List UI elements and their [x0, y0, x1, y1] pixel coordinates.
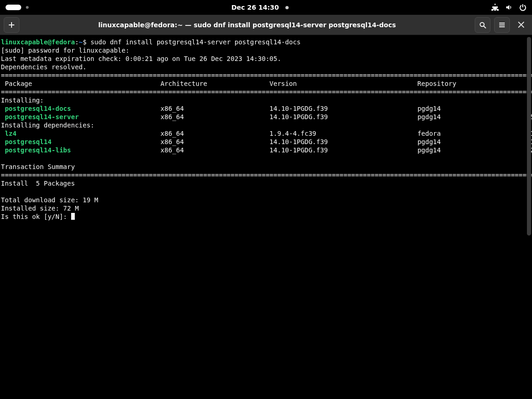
volume-icon[interactable]	[505, 4, 513, 11]
svg-rect-0	[495, 4, 496, 5]
clock-area[interactable]: Dec 26 14:30	[231, 4, 289, 11]
window-title: linuxcapable@fedora:~ — sudo dnf install…	[19, 21, 475, 29]
search-button[interactable]	[475, 17, 490, 33]
workspace-dot[interactable]	[26, 6, 29, 9]
notification-dot-icon	[285, 6, 289, 9]
scrollbar-thumb[interactable]	[527, 37, 531, 236]
svg-rect-1	[492, 6, 494, 8]
clock-text: Dec 26 14:30	[231, 4, 279, 11]
new-tab-button[interactable]	[4, 17, 19, 33]
svg-rect-5	[497, 9, 499, 11]
window-close-button[interactable]	[514, 18, 528, 32]
hamburger-menu-button[interactable]	[494, 17, 510, 33]
network-icon[interactable]	[491, 4, 499, 11]
window-titlebar: linuxcapable@fedora:~ — sudo dnf install…	[0, 15, 532, 35]
terminal-viewport[interactable]: linuxcapable@fedora:~$ sudo dnf install …	[0, 35, 532, 399]
gnome-topbar: Dec 26 14:30	[0, 0, 532, 15]
svg-rect-2	[496, 6, 498, 8]
svg-rect-3	[491, 9, 493, 11]
activities-pill[interactable]	[6, 5, 21, 10]
terminal-output[interactable]: linuxcapable@fedora:~$ sudo dnf install …	[0, 35, 532, 224]
power-icon[interactable]	[519, 4, 526, 11]
svg-rect-4	[494, 9, 496, 11]
